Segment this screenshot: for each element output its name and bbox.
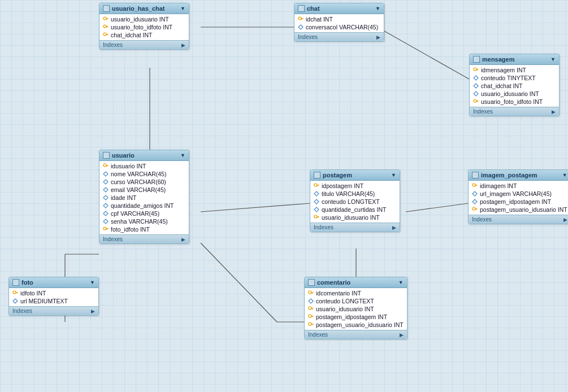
table-title-comentario: comentario xyxy=(317,279,350,286)
table-field-row: usuario_idusuario INT xyxy=(470,90,559,98)
dropdown-arrow-icon[interactable]: ▼ xyxy=(550,56,556,62)
table-field-row: postagem_usuario_idusuario INT xyxy=(305,321,407,329)
table-field-row: idpostagem INT xyxy=(310,182,400,190)
dropdown-arrow-icon[interactable]: ▼ xyxy=(90,280,95,285)
table-body-comentario: idcomentario INTconteudo LONGTEXTusuario… xyxy=(305,288,407,330)
table-field-row: idfoto INT xyxy=(9,289,98,297)
table-footer-usuario_has_chat[interactable]: Indexes▶ xyxy=(99,40,189,49)
indexes-label: Indexes xyxy=(103,42,123,48)
table-icon xyxy=(472,172,479,178)
svg-point-71 xyxy=(472,207,475,210)
indexes-arrow-icon[interactable]: ▶ xyxy=(552,109,556,115)
table-footer-postagem[interactable]: Indexes▶ xyxy=(310,223,400,232)
svg-marker-59 xyxy=(314,199,319,204)
table-field-row: postagem_idpostagem INT xyxy=(305,313,407,321)
table-footer-chat[interactable]: Indexes▶ xyxy=(294,32,384,41)
table-title-postagem: postagem xyxy=(323,172,352,178)
dropdown-arrow-icon[interactable]: ▼ xyxy=(391,172,396,178)
svg-rect-13 xyxy=(107,19,108,20)
dropdown-arrow-icon[interactable]: ▼ xyxy=(375,6,380,11)
svg-marker-46 xyxy=(103,195,108,200)
diamond-icon xyxy=(473,83,479,89)
svg-rect-96 xyxy=(311,324,312,325)
diamond-icon xyxy=(103,195,109,201)
indexes-arrow-icon[interactable]: ▶ xyxy=(376,34,380,40)
svg-marker-84 xyxy=(309,299,313,303)
table-field-row: url_imagem VARCHAR(45) xyxy=(469,190,568,198)
table-footer-mensagem[interactable]: Indexes▶ xyxy=(470,107,559,116)
table-footer-usuario[interactable]: Indexes▶ xyxy=(99,234,189,243)
svg-rect-55 xyxy=(317,185,319,185)
table-imagem_postagem: imagem_postagem▼idimagem INTurl_imagem V… xyxy=(468,169,568,224)
indexes-arrow-icon[interactable]: ▶ xyxy=(181,237,185,242)
key-icon xyxy=(308,306,314,312)
dropdown-arrow-icon[interactable]: ▼ xyxy=(180,6,185,11)
table-footer-foto[interactable]: Indexes▶ xyxy=(9,306,98,315)
indexes-label: Indexes xyxy=(12,308,32,314)
table-field-row: url MEDIUMTEXT xyxy=(9,297,98,305)
table-field-row: usuario_idusuario INT xyxy=(305,305,407,313)
table-field-row: conversacol VARCHAR(45) xyxy=(294,23,384,31)
indexes-arrow-icon[interactable]: ▶ xyxy=(400,332,404,338)
indexes-label: Indexes xyxy=(314,224,333,230)
field-name-label: quantidade_amigos INT xyxy=(111,202,174,209)
svg-rect-25 xyxy=(302,19,303,20)
table-header-comentario[interactable]: comentario▼ xyxy=(305,277,407,288)
diamond-icon xyxy=(472,191,478,197)
table-field-row: conteudo LONGTEXT xyxy=(310,198,400,206)
table-header-foto[interactable]: foto▼ xyxy=(9,277,98,288)
table-title-mensagem: mensagem xyxy=(482,56,514,63)
table-body-chat: idchat INTconversacol VARCHAR(45) xyxy=(294,14,384,32)
indexes-arrow-icon[interactable]: ▶ xyxy=(392,225,396,230)
indexes-arrow-icon[interactable]: ▶ xyxy=(181,42,185,48)
field-name-label: conteudo LONGTEXT xyxy=(316,298,374,304)
svg-point-11 xyxy=(103,17,106,20)
indexes-arrow-icon[interactable]: ▶ xyxy=(563,217,567,223)
table-header-usuario[interactable]: usuario▼ xyxy=(99,150,189,161)
svg-point-61 xyxy=(314,215,317,218)
svg-rect-12 xyxy=(106,18,109,19)
svg-marker-44 xyxy=(103,180,108,184)
table-footer-comentario[interactable]: Indexes▶ xyxy=(305,330,407,339)
svg-point-89 xyxy=(309,315,311,317)
dropdown-arrow-icon[interactable]: ▼ xyxy=(562,172,567,178)
svg-marker-32 xyxy=(474,76,478,80)
table-header-chat[interactable]: chat▼ xyxy=(294,3,384,14)
svg-point-28 xyxy=(474,68,476,71)
field-name-label: usuario_idusuario INT xyxy=(322,214,380,221)
svg-rect-94 xyxy=(311,324,314,324)
svg-line-7 xyxy=(406,203,468,212)
field-name-label: usuario_idusuario INT xyxy=(316,306,374,312)
table-postagem: postagem▼idpostagem INTtitulo VARCHAR(45… xyxy=(310,169,400,232)
svg-rect-88 xyxy=(311,308,312,310)
table-foto: foto▼idfoto INTurl MEDIUMTEXTIndexes▶ xyxy=(8,277,99,316)
table-header-mensagem[interactable]: mensagem▼ xyxy=(470,54,559,65)
svg-marker-34 xyxy=(474,92,478,96)
table-field-row: email VARCHAR(45) xyxy=(99,186,189,194)
table-header-imagem_postagem[interactable]: imagem_postagem▼ xyxy=(469,170,568,181)
dropdown-arrow-icon[interactable]: ▼ xyxy=(180,153,185,158)
key-icon xyxy=(308,322,314,328)
table-body-postagem: idpostagem INTtitulo VARCHAR(45)conteudo… xyxy=(310,181,400,223)
field-name-label: idimagem INT xyxy=(480,182,517,189)
svg-rect-76 xyxy=(16,292,18,293)
table-field-row: conteudo LONGTEXT xyxy=(305,297,407,305)
svg-rect-24 xyxy=(301,18,303,19)
table-field-row: idimagem INT xyxy=(469,182,568,190)
svg-point-50 xyxy=(103,227,106,230)
svg-marker-47 xyxy=(103,203,108,208)
key-icon xyxy=(103,16,109,22)
field-name-label: nome VARCHAR(45) xyxy=(111,171,166,177)
svg-rect-90 xyxy=(311,316,314,316)
table-header-usuario_has_chat[interactable]: usuario_has_chat▼ xyxy=(99,3,189,14)
dropdown-arrow-icon[interactable]: ▼ xyxy=(398,280,404,285)
diamond-icon xyxy=(308,298,314,304)
indexes-arrow-icon[interactable]: ▶ xyxy=(91,308,95,314)
table-field-row: conteudo TINYTEXT xyxy=(470,74,559,82)
table-header-postagem[interactable]: postagem▼ xyxy=(310,170,400,181)
field-name-label: quantidade_curtidas INT xyxy=(322,206,386,213)
table-footer-imagem_postagem[interactable]: Indexes▶ xyxy=(469,215,568,224)
svg-line-9 xyxy=(201,243,277,322)
table-field-row: idusuario INT xyxy=(99,162,189,170)
svg-marker-48 xyxy=(103,211,108,216)
